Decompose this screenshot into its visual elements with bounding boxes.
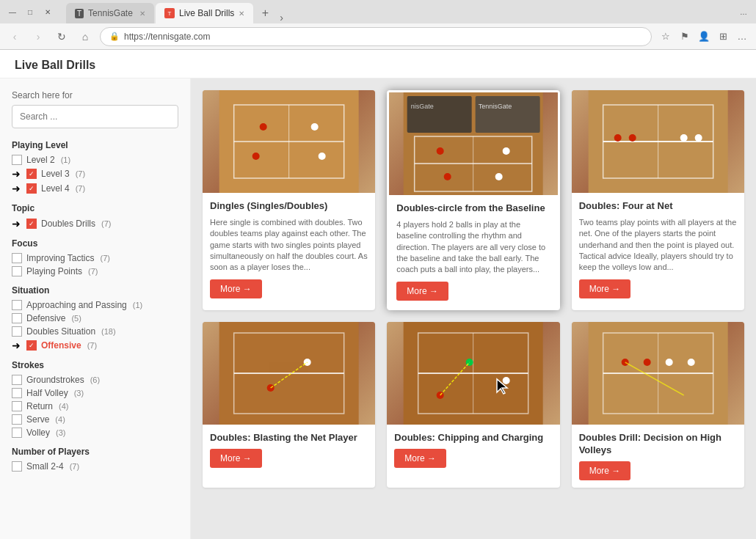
card3-placeholder [572, 90, 744, 193]
card3-more-button[interactable]: More → [579, 279, 631, 298]
filter-item-half-volley[interactable]: Half Volley (3) [12, 388, 178, 398]
count-serve: (4) [55, 415, 65, 424]
svg-point-4 [260, 123, 267, 131]
cards-grid: Dingles (Singles/Doubles) Here single is… [203, 90, 744, 488]
minimize-button[interactable]: — [6, 5, 19, 18]
filter-item-improving-tactics[interactable]: Improving Tactics (7) [12, 253, 178, 263]
filter-item-playing-points[interactable]: Playing Points (7) [12, 266, 178, 276]
refresh-button[interactable]: ↻ [53, 28, 70, 45]
filter-item-volley[interactable]: Volley (3) [12, 428, 178, 438]
extensions-button[interactable]: ⊞ [715, 29, 731, 45]
card2-placeholder: nisGate TennisGate [389, 92, 557, 195]
tab1-close[interactable]: ✕ [139, 10, 145, 18]
checkbox-serve[interactable] [12, 414, 22, 425]
filter-item-level3[interactable]: ➜ Level 3 (7) [12, 168, 178, 180]
card-doubles-circle[interactable]: nisGate TennisGate [387, 90, 559, 310]
url-text: https://tennisgate.com [124, 32, 210, 42]
tab2-favicon: T [164, 8, 175, 18]
tab-list-button[interactable]: › [280, 12, 283, 23]
filter-section-situation: Situation Approaching and Passing (1) De… [12, 285, 178, 351]
card1-more-button[interactable]: More → [210, 279, 262, 298]
tab1-favicon: T [75, 9, 84, 18]
tab-2[interactable]: T Live Ball Drills ✕ [156, 3, 253, 23]
svg-rect-11 [476, 96, 540, 133]
card3-image [572, 90, 744, 193]
card-high-volleys[interactable]: Doubles Drill: Decision on High Volleys … [572, 322, 744, 488]
svg-text:TennisGate: TennisGate [479, 103, 512, 110]
card-chipping[interactable]: Doubles: Chipping and Charging More → [387, 322, 559, 488]
checkbox-half-volley[interactable] [12, 388, 22, 398]
card6-placeholder [572, 322, 744, 425]
card-four-at-net[interactable]: Doubles: Four at Net Two teams play poin… [572, 90, 744, 310]
checkbox-doubles-situation[interactable] [12, 326, 22, 337]
bookmark-button[interactable]: ⚑ [677, 29, 693, 45]
page-title: Live Ball Drills [15, 59, 741, 72]
checkbox-return[interactable] [12, 401, 22, 411]
label-serve: Serve [26, 414, 49, 425]
tab-1[interactable]: T TennisGate ✕ [66, 3, 154, 23]
card4-title: Doubles: Blasting the Net Player [210, 432, 368, 444]
svg-point-49 [687, 359, 694, 366]
tab1-label: TennisGate [88, 8, 133, 18]
checkbox-level4[interactable] [26, 183, 37, 194]
settings-button[interactable]: … [737, 5, 750, 18]
forward-button[interactable]: › [29, 28, 47, 45]
checkbox-level2[interactable] [12, 155, 22, 165]
filter-item-doubles-drills[interactable]: ➜ Doubles Drills (7) [12, 218, 178, 230]
filter-item-return[interactable]: Return (4) [12, 401, 178, 411]
filter-section-playing-level: Playing Level Level 2 (1) ➜ Level 3 (7) … [12, 140, 178, 194]
checkbox-playing-points[interactable] [12, 266, 22, 276]
card5-more-button[interactable]: More → [394, 449, 446, 468]
checkbox-offensive[interactable] [26, 340, 37, 351]
count-offensive: (7) [87, 341, 97, 350]
filter-item-defensive[interactable]: Defensive (5) [12, 313, 178, 323]
bookmark-star-button[interactable]: ☆ [658, 29, 674, 45]
filter-item-approaching[interactable]: Approaching and Passing (1) [12, 300, 178, 310]
url-bar[interactable]: 🔒 https://tennisgate.com [100, 27, 652, 46]
label-level3: Level 3 [41, 169, 70, 179]
label-volley: Volley [26, 428, 50, 438]
new-tab-button[interactable]: + [255, 3, 275, 23]
label-offensive: Offensive [41, 340, 81, 351]
home-button[interactable]: ⌂ [76, 28, 94, 45]
filter-item-level4[interactable]: ➜ Level 4 (7) [12, 183, 178, 194]
checkbox-improving-tactics[interactable] [12, 253, 22, 263]
filter-item-serve[interactable]: Serve (4) [12, 414, 178, 425]
filter-item-offensive[interactable]: ➜ Offensive (7) [12, 340, 178, 351]
menu-button[interactable]: … [734, 29, 750, 45]
card2-title: Doubles-circle from the Baseline [396, 202, 550, 215]
back-button[interactable]: ‹ [6, 28, 23, 45]
filter-section-focus: Focus Improving Tactics (7) Playing Poin… [12, 238, 178, 276]
maximize-button[interactable]: □ [23, 5, 37, 18]
filter-item-level2[interactable]: Level 2 (1) [12, 155, 178, 165]
card-blasting[interactable]: Doubles: Blasting the Net Player More → [203, 322, 375, 488]
profile-button[interactable]: 👤 [696, 29, 712, 45]
checkbox-doubles-drills[interactable] [26, 219, 37, 229]
tab2-label: Live Ball Drills [179, 8, 234, 18]
filter-item-doubles-situation[interactable]: Doubles Situation (18) [12, 326, 178, 337]
checkbox-defensive[interactable] [12, 313, 22, 323]
tab2-close[interactable]: ✕ [239, 10, 244, 18]
filter-section-strokes: Strokes Groundstrokes (6) Half Volley (3… [12, 360, 178, 438]
filter-item-small[interactable]: Small 2-4 (7) [12, 461, 178, 472]
card6-body: Doubles Drill: Decision on High Volleys … [572, 425, 744, 488]
card4-more-button[interactable]: More → [210, 449, 262, 468]
card6-more-button[interactable]: More → [579, 461, 631, 480]
checkbox-volley[interactable] [12, 428, 22, 438]
card2-more-button[interactable]: More → [396, 282, 448, 301]
label-groundstrokes: Groundstrokes [26, 375, 84, 385]
checkbox-level3[interactable] [26, 169, 37, 179]
checkbox-approaching[interactable] [12, 300, 22, 310]
filter-title-topic: Topic [12, 203, 178, 213]
arrow-doubles-drills: ➜ [12, 218, 21, 230]
close-button[interactable]: ✕ [41, 5, 54, 18]
count-return: (4) [59, 402, 68, 411]
card-dingles[interactable]: Dingles (Singles/Doubles) Here single is… [203, 90, 375, 310]
filter-item-groundstrokes[interactable]: Groundstrokes (6) [12, 375, 178, 385]
checkbox-groundstrokes[interactable] [12, 375, 22, 385]
search-label: Search here for [12, 90, 178, 100]
search-input[interactable] [12, 105, 178, 128]
card6-image [572, 322, 744, 425]
card4-placeholder [203, 322, 375, 425]
checkbox-small[interactable] [12, 461, 22, 472]
